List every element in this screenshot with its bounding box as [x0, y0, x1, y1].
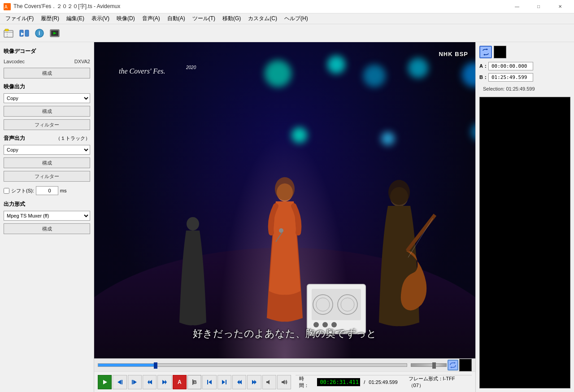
menu-edit[interactable]: 編集(E) [63, 14, 88, 23]
decoder-config-button[interactable]: 構成 [4, 68, 90, 78]
selection-value: 01:25:49.599 [506, 86, 535, 91]
svg-marker-48 [254, 380, 257, 384]
prev-keyframe-button[interactable] [143, 375, 157, 389]
video-preview: NHK BSP the Covers' Fes. 2020 好きだったのよあなた… [94, 42, 475, 358]
vol-up-button[interactable] [277, 375, 291, 389]
a-point-row: A： 00:00:00.000 [479, 62, 570, 70]
audio-config-button[interactable]: 構成 [4, 157, 90, 168]
lavcodec-label: Lavcodec [4, 59, 25, 64]
current-time-value: 00:26:31.411 [317, 378, 360, 386]
svg-rect-34 [122, 380, 122, 384]
svg-marker-40 [165, 380, 167, 384]
loop-active-button[interactable] [479, 46, 492, 58]
svg-marker-37 [149, 380, 152, 384]
toolbar-open-button[interactable] [2, 26, 16, 40]
menu-custom[interactable]: カスタム(C) [244, 14, 281, 23]
toolbar-segments-button[interactable]: ▶ [17, 26, 31, 40]
toolbar: ▶ i [0, 24, 574, 42]
output-format-select-row: Mpeg TS Muxer (ff) AVI Muxer MP4 Muxer [4, 211, 90, 221]
menu-help[interactable]: ヘルプ(H) [281, 14, 312, 23]
svg-marker-35 [133, 380, 137, 384]
svg-marker-49 [266, 380, 270, 384]
next-chapter-button[interactable] [247, 375, 261, 389]
svg-point-20 [187, 217, 199, 231]
svg-rect-3 [5, 29, 9, 31]
svg-rect-44 [226, 380, 226, 384]
menu-video[interactable]: 映像(D) [113, 14, 139, 23]
b-value: 01:25:49.599 [488, 73, 533, 82]
svg-rect-22 [312, 289, 361, 320]
svg-marker-50 [282, 380, 285, 384]
toolbar-info-button[interactable]: i [32, 26, 47, 40]
video-config-button[interactable]: 構成 [4, 106, 90, 117]
a-label: A： [479, 63, 487, 70]
ab-info-panel: A： 00:00:00.000 B： 01:25:49.599 Selectio… [475, 42, 574, 392]
total-duration-value: 01:25:49.599 [369, 379, 397, 385]
timeline-progress [98, 364, 154, 366]
timeline-thumb[interactable] [154, 362, 157, 369]
audio-output-select[interactable]: Copy AAC MP3 [4, 145, 90, 155]
menu-audio[interactable]: 音声(A) [139, 14, 164, 23]
menu-tools[interactable]: ツール(T) [189, 14, 219, 23]
menu-auto[interactable]: 自動(A) [164, 14, 189, 23]
output-config-button[interactable]: 構成 [4, 223, 90, 234]
frame-info: フレーム形式：I-TFF（07） [409, 375, 469, 389]
vol-down-button[interactable] [262, 375, 276, 389]
goto-start-button[interactable] [202, 375, 216, 389]
video-frame: NHK BSP the Covers' Fes. 2020 好きだったのよあなた… [94, 42, 475, 358]
shift-input[interactable] [36, 186, 58, 195]
selection-info: Selection: 01:25:49.599 [479, 84, 570, 93]
timeline-track[interactable] [98, 363, 407, 367]
subtitle-text: 好きだったのよあなた、胸の奥でずっと [193, 327, 377, 340]
menu-view[interactable]: 表示(V) [88, 14, 113, 23]
menu-history[interactable]: 履歴(R) [37, 14, 63, 23]
goto-end-button[interactable] [217, 375, 231, 389]
ms-label: ms [60, 188, 67, 193]
shift-label: シフト(S): [11, 187, 34, 194]
title-overlay: the Covers' Fes. 2020 [117, 60, 206, 85]
loop-button[interactable] [448, 360, 458, 370]
close-button[interactable]: ✕ [550, 0, 570, 13]
svg-text:i: i [39, 30, 40, 36]
mark-b-button[interactable]: B [187, 375, 201, 389]
audio-output-section: 音声出力 （１トラック） [4, 135, 90, 142]
audio-output-select-row: Copy AAC MP3 [4, 145, 90, 155]
main-area: 映像デコーダ Lavcodec DXVA2 構成 映像出力 Copy x264 … [0, 42, 574, 392]
audio-track-info: （１トラック） [56, 135, 90, 142]
app-icon: A [4, 3, 11, 10]
dxva2-label: DXVA2 [74, 59, 90, 64]
toolbar-encode-button[interactable] [48, 26, 62, 40]
audio-filter-button[interactable]: フィルター [4, 171, 90, 182]
menu-goto[interactable]: 移動(G) [219, 14, 244, 23]
next-frame-button[interactable] [128, 375, 142, 389]
shift-checkbox[interactable] [4, 188, 9, 194]
maximize-button[interactable]: □ [528, 0, 549, 13]
svg-marker-46 [237, 380, 239, 384]
video-filter-button[interactable]: フィルター [4, 119, 90, 130]
control-bar: A B [94, 358, 475, 392]
time-separator: / [364, 379, 365, 385]
svg-text:the Covers' Fes.: the Covers' Fes. [119, 67, 165, 75]
shift-row: シフト(S): ms [4, 186, 90, 195]
play-button[interactable] [98, 375, 112, 389]
audio-output-title: 音声出力 [4, 135, 25, 142]
video-output-select[interactable]: Copy x264 x265 [4, 93, 90, 103]
menu-file[interactable]: ファイル(F) [2, 14, 37, 23]
svg-marker-38 [148, 380, 149, 384]
b-label: B： [479, 74, 487, 81]
svg-point-17 [388, 180, 410, 205]
svg-marker-39 [162, 380, 165, 384]
decoder-info: Lavcodec DXVA2 [4, 59, 90, 64]
mark-a-button[interactable]: A [173, 375, 187, 389]
output-format-select[interactable]: Mpeg TS Muxer (ff) AVI Muxer MP4 Muxer [4, 211, 90, 221]
b-point-row: B： 01:25:49.599 [479, 73, 570, 82]
svg-rect-42 [207, 380, 208, 384]
svg-marker-33 [117, 380, 121, 384]
prev-frame-button[interactable] [113, 375, 126, 389]
volume-slider[interactable] [411, 363, 447, 367]
nhk-watermark: NHK BSP [439, 50, 468, 57]
prev-chapter-button[interactable] [232, 375, 246, 389]
minimize-button[interactable]: — [507, 0, 527, 13]
next-keyframe-button[interactable] [157, 375, 171, 389]
output-format-title: 出力形式 [4, 200, 90, 208]
